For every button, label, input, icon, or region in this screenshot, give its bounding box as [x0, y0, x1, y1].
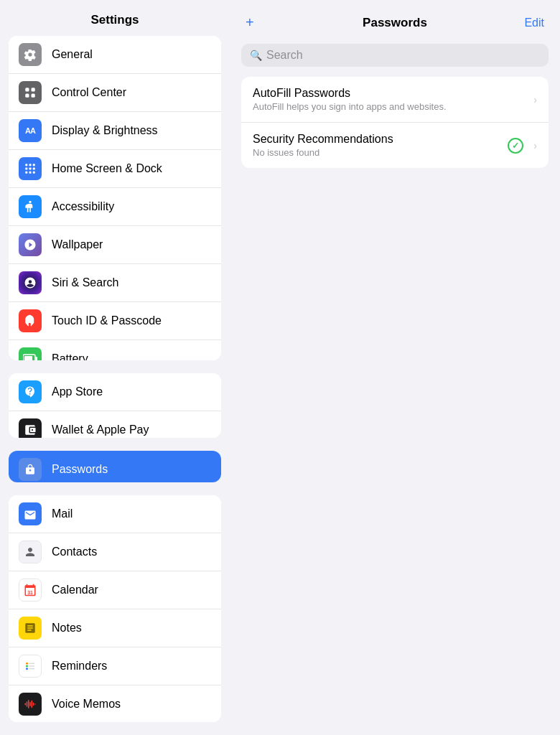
sidebar-item-touchid[interactable]: Touch ID & Passcode [9, 302, 221, 340]
touchid-icon [19, 309, 42, 332]
edit-button[interactable]: Edit [517, 14, 546, 32]
calendar-icon: 31 [19, 579, 42, 601]
general-label: General [52, 48, 93, 61]
svg-text:31: 31 [27, 590, 33, 595]
touchid-label: Touch ID & Passcode [52, 314, 162, 327]
sidebar-group-group4: MailContacts31CalendarNotesRemindersVoic… [9, 495, 221, 722]
siri-icon [19, 271, 42, 294]
autofill-subtitle: AutoFill helps you sign into apps and we… [253, 101, 528, 112]
battery-label: Battery [52, 352, 88, 360]
reminders-icon [19, 655, 42, 678]
wallpaper-icon [19, 233, 42, 256]
notes-label: Notes [52, 622, 82, 635]
svg-rect-27 [29, 702, 31, 706]
svg-rect-11 [29, 172, 32, 174]
calendar-label: Calendar [52, 584, 98, 596]
passwords-label: Passwords [52, 463, 108, 476]
svg-rect-28 [32, 701, 33, 708]
wallpaper-label: Wallpaper [52, 238, 103, 251]
add-button[interactable]: + [244, 11, 273, 34]
svg-rect-5 [29, 164, 32, 166]
svg-point-20 [26, 668, 28, 670]
wallet-label: Wallet & Apple Pay [52, 423, 149, 436]
sidebar-title: Settings [0, 0, 230, 36]
notes-icon [19, 617, 42, 640]
sidebar-item-notes[interactable]: Notes [9, 609, 221, 647]
svg-rect-0 [25, 88, 29, 91]
svg-rect-26 [28, 700, 29, 708]
panel-row-autofill[interactable]: AutoFill PasswordsAutoFill helps you sig… [241, 77, 549, 123]
svg-rect-6 [33, 164, 35, 166]
reminders-label: Reminders [52, 660, 107, 673]
sidebar-item-voicememos[interactable]: Voice Memos [9, 685, 221, 722]
sidebar-item-siri[interactable]: Siri & Search [9, 264, 221, 302]
security-title: Security Recommendations [253, 133, 508, 146]
svg-point-18 [26, 663, 28, 665]
sidebar-item-mail[interactable]: Mail [9, 495, 221, 533]
sidebar-group-group1: GeneralControl CenterAADisplay & Brightn… [9, 36, 221, 360]
sidebar-item-wallpaper[interactable]: Wallpaper [9, 226, 221, 264]
sidebar-item-battery[interactable]: Battery [9, 340, 221, 360]
panel-header: + Passwords Edit [230, 0, 560, 41]
security-chevron-icon: › [533, 140, 537, 151]
search-bar: 🔍 [241, 44, 549, 67]
accessibility-label: Accessibility [52, 200, 114, 213]
svg-rect-15 [36, 357, 38, 360]
sidebar-item-home-screen[interactable]: Home Screen & Dock [9, 150, 221, 188]
svg-rect-3 [32, 94, 35, 98]
appstore-label: App Store [52, 385, 103, 398]
panel-content: AutoFill PasswordsAutoFill helps you sig… [230, 77, 560, 174]
sidebar-item-display[interactable]: AADisplay & Brightness [9, 112, 221, 150]
sidebar-item-contacts[interactable]: Contacts [9, 533, 221, 571]
autofill-chevron-icon: › [533, 94, 537, 106]
svg-rect-10 [25, 172, 27, 174]
sidebar-item-general[interactable]: General [9, 36, 221, 74]
autofill-content: AutoFill PasswordsAutoFill helps you sig… [253, 87, 528, 112]
mail-label: Mail [52, 507, 73, 520]
home-screen-icon [19, 157, 42, 180]
autofill-right: › [528, 94, 537, 106]
security-right: › [508, 138, 537, 154]
svg-point-19 [26, 665, 28, 667]
passwords-group: AutoFill PasswordsAutoFill helps you sig… [241, 77, 549, 168]
svg-rect-29 [33, 703, 34, 706]
security-subtitle: No issues found [253, 147, 508, 158]
appstore-icon [19, 380, 42, 403]
search-icon: 🔍 [250, 50, 262, 61]
autofill-title: AutoFill Passwords [253, 87, 528, 100]
svg-rect-2 [25, 94, 29, 98]
search-input[interactable] [266, 49, 540, 62]
sidebar-item-passwords[interactable]: Passwords [9, 451, 221, 482]
sidebar-item-appstore[interactable]: App Store [9, 373, 221, 411]
svg-rect-16 [24, 356, 32, 360]
svg-rect-9 [33, 168, 35, 170]
sidebar-group-group3: Passwords [9, 451, 221, 482]
control-center-icon [19, 81, 42, 104]
svg-rect-4 [25, 164, 27, 166]
svg-rect-24 [25, 703, 27, 705]
sidebar-item-accessibility[interactable]: Accessibility [9, 188, 221, 226]
contacts-icon [19, 540, 42, 563]
main-panel: + Passwords Edit 🔍 AutoFill PasswordsAut… [230, 0, 560, 735]
sidebar-item-wallet[interactable]: Wallet & Apple Pay [9, 411, 221, 438]
panel-row-security[interactable]: Security RecommendationsNo issues found› [241, 123, 549, 168]
voicememos-label: Voice Memos [52, 698, 121, 711]
sidebar-item-control-center[interactable]: Control Center [9, 74, 221, 112]
battery-icon [19, 347, 42, 360]
svg-rect-25 [27, 701, 28, 707]
svg-rect-12 [33, 172, 35, 174]
control-center-label: Control Center [52, 86, 126, 99]
passwords-icon [19, 458, 42, 481]
voicememos-icon [19, 693, 42, 716]
security-check-icon [508, 138, 523, 154]
svg-rect-7 [25, 168, 27, 170]
home-screen-label: Home Screen & Dock [52, 162, 162, 175]
accessibility-icon [19, 195, 42, 218]
svg-rect-30 [34, 703, 36, 705]
sidebar-item-reminders[interactable]: Reminders [9, 647, 221, 685]
svg-point-13 [29, 201, 31, 203]
wallet-icon [19, 418, 42, 438]
siri-label: Siri & Search [52, 276, 118, 289]
sidebar-group-group2: App StoreWallet & Apple Pay [9, 373, 221, 438]
sidebar-item-calendar[interactable]: 31Calendar [9, 571, 221, 609]
